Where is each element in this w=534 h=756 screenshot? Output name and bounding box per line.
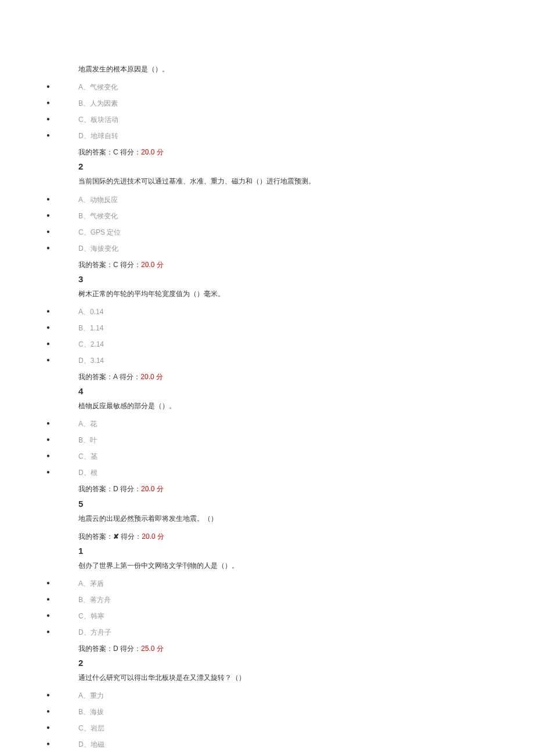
question-text: 地震云的出现必然预示着即将发生地震。（）: [78, 513, 534, 524]
option-letter: C: [78, 452, 84, 460]
score-value: 20.0: [141, 485, 154, 493]
option-letter: A: [78, 83, 83, 91]
option-item: A、气候变化: [46, 82, 534, 92]
question-number: 2: [78, 161, 534, 171]
option-text: 地磁: [91, 740, 104, 748]
option-text: 1.14: [90, 324, 103, 332]
option-item: B、气候变化: [46, 211, 534, 221]
my-answer-label: 我的答案：: [78, 532, 113, 541]
option-separator: 、: [83, 308, 90, 316]
option-separator: 、: [84, 612, 91, 620]
option-letter: B: [78, 596, 83, 604]
score-value: 25.0: [141, 645, 154, 653]
score-label: 得分：: [119, 532, 142, 541]
score-label: 得分：: [118, 148, 141, 156]
option-text: 重力: [90, 692, 104, 700]
option-separator: 、: [83, 708, 90, 716]
option-text: 动物反应: [90, 196, 118, 204]
my-answer-label: 我的答案：: [78, 645, 113, 653]
option-letter: D: [78, 132, 84, 140]
option-item: B、人为因素: [46, 98, 534, 109]
score-value: 20.0: [141, 261, 154, 269]
option-letter: C: [78, 340, 84, 348]
option-text: 气候变化: [90, 212, 118, 220]
option-separator: 、: [83, 83, 90, 91]
option-item: C、韩寒: [46, 611, 534, 621]
option-text: 茅盾: [90, 579, 104, 588]
option-separator: 、: [83, 420, 90, 428]
option-separator: 、: [84, 228, 91, 236]
answer-line: 我的答案：A 得分：20.0 分: [78, 372, 534, 383]
option-item: D、海拔变化: [46, 243, 534, 254]
score-unit: 分: [154, 645, 163, 653]
answer-value: D: [113, 485, 118, 493]
option-letter: B: [78, 436, 83, 444]
score-value: 20.0: [142, 532, 155, 541]
option-separator: 、: [83, 692, 90, 700]
question-text: 创办了世界上第一份中文网络文学刊物的人是（）。: [78, 560, 534, 571]
wrong-icon: ✘: [113, 532, 119, 541]
option-separator: 、: [84, 452, 91, 460]
options-list: A、花B、叶C、茎D、根: [46, 419, 534, 478]
option-letter: A: [78, 196, 83, 204]
option-letter: D: [78, 740, 84, 748]
option-item: B、海拔: [46, 707, 534, 717]
option-text: 人为因素: [90, 99, 118, 107]
option-item: C、板块活动: [46, 114, 534, 125]
option-text: 岩层: [91, 724, 104, 732]
option-item: D、方舟子: [46, 627, 534, 638]
score-label: 得分：: [118, 373, 140, 381]
option-separator: 、: [84, 724, 91, 732]
options-list: A、重力B、海拔C、岩层D、地磁: [46, 690, 534, 750]
question-number: 5: [78, 499, 534, 509]
answer-value: A: [113, 373, 118, 381]
option-text: 叶: [90, 436, 97, 444]
option-text: 花: [90, 420, 97, 428]
score-unit: 分: [154, 148, 163, 156]
option-separator: 、: [83, 596, 90, 604]
question-number: 1: [78, 546, 534, 556]
option-text: 海拔: [90, 708, 104, 716]
option-item: A、动物反应: [46, 195, 534, 205]
question-text: 地震发生的根本原因是（）。: [78, 64, 534, 75]
option-item: D、地球自转: [46, 131, 534, 141]
option-letter: A: [78, 692, 83, 700]
option-item: A、重力: [46, 690, 534, 701]
option-text: 蒋方舟: [90, 596, 111, 604]
option-text: 板块活动: [91, 116, 118, 124]
my-answer-label: 我的答案：: [78, 373, 113, 381]
option-text: 2.14: [91, 340, 104, 348]
option-letter: B: [78, 708, 83, 716]
question-number: 3: [78, 274, 534, 284]
option-letter: B: [78, 99, 83, 107]
option-letter: C: [78, 116, 84, 124]
option-item: A、花: [46, 419, 534, 429]
option-text: 根: [91, 469, 98, 477]
option-text: 气候变化: [90, 83, 118, 91]
question-text: 当前国际的先进技术可以通过基准、水准、重力、磁力和（）进行地震预测。: [78, 176, 534, 187]
question-text: 树木正常的年轮的平均年轮宽度值为（）毫米。: [78, 289, 534, 300]
option-letter: A: [78, 579, 83, 588]
option-separator: 、: [83, 436, 90, 444]
options-list: A、气候变化B、人为因素C、板块活动D、地球自转: [46, 82, 534, 141]
option-text: 方舟子: [91, 628, 111, 636]
question-number: 4: [78, 386, 534, 396]
my-answer-label: 我的答案：: [78, 148, 113, 156]
score-label: 得分：: [118, 261, 141, 269]
score-label: 得分：: [118, 645, 141, 653]
question-text: 植物反应最敏感的部分是（）。: [78, 401, 534, 412]
option-separator: 、: [83, 324, 90, 332]
score-unit: 分: [154, 485, 163, 493]
my-answer-label: 我的答案：: [78, 485, 113, 493]
option-item: D、3.14: [46, 355, 534, 366]
score-unit: 分: [156, 532, 164, 541]
options-list: A、0.14B、1.14C、2.14D、3.14: [46, 307, 534, 366]
option-letter: A: [78, 420, 83, 428]
option-item: A、茅盾: [46, 578, 534, 589]
option-separator: 、: [84, 469, 91, 477]
score-unit: 分: [154, 373, 163, 381]
answer-line: 我的答案：✘ 得分：20.0 分: [78, 531, 534, 542]
option-letter: B: [78, 324, 83, 332]
option-text: 韩寒: [91, 612, 104, 620]
option-item: D、根: [46, 467, 534, 478]
